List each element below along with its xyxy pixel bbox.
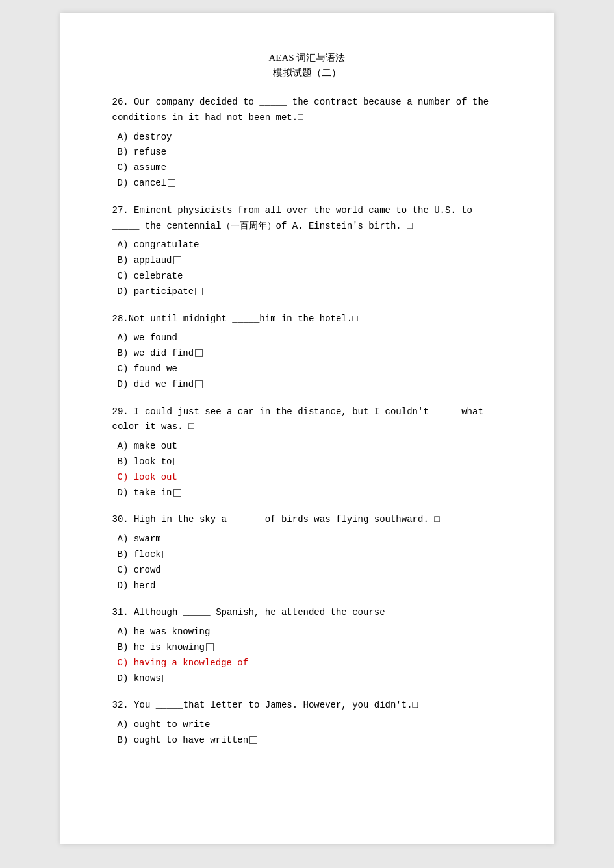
option-q32-1: B) ought to have written bbox=[112, 733, 502, 749]
option-q28-1: B) we did find bbox=[112, 346, 502, 362]
question-text-q29: 29. I could just see a car in the distan… bbox=[112, 404, 502, 436]
option-q27-2: C) celebrate bbox=[112, 269, 502, 284]
question-text-q28: 28.Not until midnight _____him in the ho… bbox=[112, 312, 502, 327]
option-q31-0: A) he was knowing bbox=[112, 625, 502, 640]
question-block-q27: 27. Eminent physicists from all over the… bbox=[112, 203, 502, 300]
question-block-q29: 29. I could just see a car in the distan… bbox=[112, 404, 502, 501]
question-block-q31: 31. Although _____ Spanish, he attended … bbox=[112, 605, 502, 686]
option-q29-3: D) take in bbox=[112, 486, 502, 501]
option-q31-2: C) having a knowledge of bbox=[112, 656, 502, 671]
option-q28-0: A) we found bbox=[112, 330, 502, 346]
option-q28-2: C) found we bbox=[112, 362, 502, 377]
question-text-q30: 30. High in the sky a _____ of birds was… bbox=[112, 512, 502, 528]
title-section: AEAS 词汇与语法 模拟试题（二） bbox=[112, 52, 502, 79]
checkbox-icon[interactable] bbox=[173, 256, 181, 264]
question-block-q32: 32. You _____that letter to James. Howev… bbox=[112, 698, 502, 748]
question-text-q27: 27. Eminent physicists from all over the… bbox=[112, 203, 502, 234]
question-block-q30: 30. High in the sky a _____ of birds was… bbox=[112, 512, 502, 593]
option-q27-0: A) congratulate bbox=[112, 238, 502, 253]
checkbox-icon[interactable] bbox=[173, 458, 181, 465]
question-text-q31: 31. Although _____ Spanish, he attended … bbox=[112, 605, 502, 621]
checkbox-icon[interactable] bbox=[195, 349, 203, 357]
question-block-q26: 26. Our company decided to _____ the con… bbox=[112, 95, 502, 192]
option-q30-0: A) swarm bbox=[112, 532, 502, 547]
title-main: AEAS 词汇与语法 bbox=[112, 52, 502, 64]
option-q31-3: D) knows bbox=[112, 671, 502, 687]
option-q28-3: D) did we find bbox=[112, 377, 502, 393]
checkbox-icon[interactable] bbox=[162, 551, 170, 558]
checkbox-icon[interactable] bbox=[206, 643, 214, 651]
option-q30-2: C) crowd bbox=[112, 563, 502, 578]
option-q29-1: B) look to bbox=[112, 454, 502, 470]
option-q32-0: A) ought to write bbox=[112, 717, 502, 733]
question-text-q26: 26. Our company decided to _____ the con… bbox=[112, 95, 502, 126]
question-text-q32: 32. You _____that letter to James. Howev… bbox=[112, 698, 502, 713]
questions-container: 26. Our company decided to _____ the con… bbox=[112, 95, 502, 749]
option-q26-1: B) refuse bbox=[112, 145, 502, 160]
checkbox-icon[interactable] bbox=[249, 736, 257, 744]
checkbox-icon[interactable] bbox=[162, 675, 170, 682]
checkbox-icon[interactable] bbox=[195, 380, 203, 388]
checkbox-icon-extra[interactable] bbox=[166, 582, 173, 589]
checkbox-icon[interactable] bbox=[173, 489, 181, 497]
checkbox-icon[interactable] bbox=[195, 288, 203, 295]
checkbox-icon[interactable] bbox=[168, 149, 175, 156]
option-q26-3: D) cancel bbox=[112, 176, 502, 192]
option-q29-2: C) look out bbox=[112, 470, 502, 486]
option-q27-3: D) participate bbox=[112, 284, 502, 300]
option-q31-1: B) he is knowing bbox=[112, 640, 502, 656]
checkbox-icon[interactable] bbox=[168, 179, 175, 187]
checkbox-icon[interactable] bbox=[157, 582, 164, 589]
option-q29-0: A) make out bbox=[112, 439, 502, 454]
option-q26-2: C) assume bbox=[112, 160, 502, 176]
page: AEAS 词汇与语法 模拟试题（二） 26. Our company decid… bbox=[60, 13, 554, 844]
option-q30-3: D) herd bbox=[112, 578, 502, 594]
question-block-q28: 28.Not until midnight _____him in the ho… bbox=[112, 312, 502, 393]
option-q26-0: A) destroy bbox=[112, 130, 502, 145]
option-q30-1: B) flock bbox=[112, 547, 502, 563]
title-sub: 模拟试题（二） bbox=[112, 67, 502, 79]
option-q27-1: B) applaud bbox=[112, 253, 502, 269]
